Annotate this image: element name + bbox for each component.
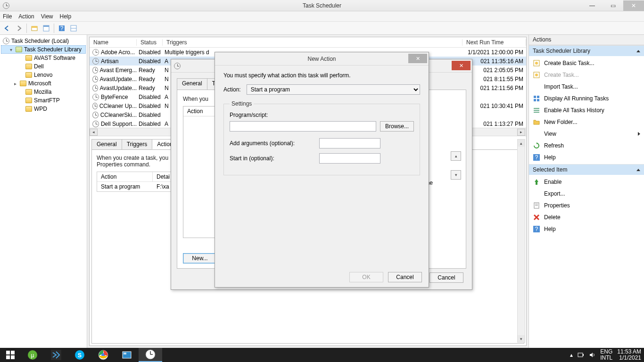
folder-icon	[25, 89, 32, 95]
maximize-button[interactable]: ▭	[603, 0, 623, 11]
action-item[interactable]: ?Help	[529, 223, 644, 235]
action-item[interactable]: Delete	[529, 211, 644, 223]
dialog-titlebar[interactable]: New Action ✕	[215, 52, 429, 66]
action-item[interactable]: New Folder...	[529, 116, 644, 128]
col-name[interactable]: Name	[90, 39, 137, 46]
col-action[interactable]: Action	[97, 172, 153, 181]
action-item[interactable]: Refresh	[529, 140, 644, 151]
action-item[interactable]: ?Help	[529, 151, 644, 163]
move-up-button[interactable]: ▴	[451, 151, 461, 161]
tree-folder[interactable]: ▸Microsoft	[1, 79, 86, 88]
scroll-left-icon[interactable]: ◂	[90, 129, 98, 136]
action-item[interactable]: Display All Running Tasks	[529, 92, 644, 104]
task-name: Adobe Acro...	[101, 49, 135, 56]
toolbar-button-3[interactable]	[68, 23, 79, 33]
taskbar-app-taskscheduler[interactable]	[139, 348, 162, 362]
close-icon[interactable]: ✕	[452, 61, 471, 70]
action-item[interactable]: Export...	[529, 188, 644, 199]
tree-root[interactable]: Task Scheduler (Local)	[1, 37, 86, 45]
tray-clock[interactable]: 11:53 AM 1/1/2021	[617, 349, 641, 361]
col-details[interactable]: Detai	[153, 172, 172, 181]
table-row[interactable]: Start a program F:\xa	[97, 182, 172, 191]
tree-folder[interactable]: Lenovo	[1, 71, 86, 79]
new-button[interactable]: New...	[183, 253, 217, 263]
settings-group: Settings Program/script: Browse... Add a…	[223, 100, 420, 175]
action-item[interactable]: Enable	[529, 176, 644, 188]
tray-lang[interactable]: ENG INTL	[600, 349, 612, 361]
tree-folder[interactable]: SmartFTP	[1, 96, 86, 105]
tree-library[interactable]: ▾ Task Scheduler Library	[1, 45, 86, 54]
toolbar-button-1[interactable]	[29, 23, 40, 33]
clock-icon	[92, 103, 98, 109]
menu-file[interactable]: File	[3, 13, 12, 20]
taskbar-app-vscode[interactable]	[44, 348, 68, 362]
program-input[interactable]	[230, 121, 376, 132]
action-item[interactable]: Import Task...	[529, 81, 644, 92]
action-label: Help	[544, 226, 556, 232]
col-status[interactable]: Status	[137, 39, 163, 46]
cancel-button[interactable]: Cancel	[429, 272, 463, 283]
startin-input[interactable]	[319, 153, 380, 164]
scroll-up-icon[interactable]: ▴	[518, 140, 525, 147]
actions-group-selected[interactable]: Selected Item	[529, 164, 644, 175]
tray-chevron-icon[interactable]: ▴	[570, 352, 573, 358]
tree-folder[interactable]: AVAST Software	[1, 54, 86, 62]
action-item[interactable]: Properties	[529, 199, 644, 211]
action-item[interactable]: Enable All Tasks History	[529, 104, 644, 116]
col-next[interactable]: Next Run Time	[462, 39, 526, 46]
action-select[interactable]: Start a program	[247, 84, 420, 95]
cancel-button[interactable]: Cancel	[388, 272, 422, 282]
menu-view[interactable]: View	[41, 13, 53, 20]
expander-icon[interactable]: ▾	[8, 47, 14, 52]
tab-triggers[interactable]: Triggers	[122, 139, 153, 149]
arguments-input[interactable]	[319, 138, 380, 148]
action-label: Enable	[544, 179, 561, 185]
back-button[interactable]	[2, 23, 12, 33]
tab-general[interactable]: General	[91, 139, 122, 149]
props-icon	[533, 202, 540, 209]
action-item[interactable]: Create Basic Task...	[529, 57, 644, 69]
tree-folder[interactable]: WPD	[1, 105, 86, 113]
taskbar-app-utorrent[interactable]: µ	[21, 348, 44, 362]
start-button[interactable]	[0, 348, 21, 362]
vscrollbar[interactable]: ▴ ▾	[517, 139, 525, 343]
forward-button[interactable]	[14, 23, 24, 33]
help-icon[interactable]: ?	[57, 23, 67, 33]
close-button[interactable]: ✕	[623, 0, 644, 11]
volume-icon[interactable]	[589, 352, 595, 358]
svg-rect-27	[6, 351, 10, 354]
tree-folder[interactable]: Dell	[1, 62, 86, 71]
enable-icon	[533, 178, 540, 186]
tree-folder[interactable]: Mozilla	[1, 88, 86, 96]
action-label: New Folder...	[544, 119, 578, 125]
menu-help[interactable]: Help	[60, 13, 72, 20]
svg-rect-18	[534, 112, 539, 113]
move-down-button[interactable]: ▾	[451, 170, 461, 180]
actions-group-library[interactable]: Task Scheduler Library	[529, 45, 644, 56]
system-tray[interactable]: ▴ ENG INTL 11:53 AM 1/1/2021	[570, 349, 644, 361]
window-titlebar: Task Scheduler — ▭ ✕	[0, 0, 644, 11]
close-icon[interactable]: ✕	[408, 54, 427, 63]
toolbar-button-2[interactable]	[41, 23, 51, 33]
toolbar-separator	[54, 24, 54, 33]
menu-action[interactable]: Action	[18, 13, 34, 20]
taskbar-app-chrome[interactable]	[91, 348, 115, 362]
tree-folder-label: Microsoft	[28, 80, 51, 87]
taskbar-app-taskmgr[interactable]	[115, 348, 139, 362]
task-name: CCleaner Up...	[99, 103, 137, 109]
action-item[interactable]: Create Task...	[529, 69, 644, 81]
action-item[interactable]: View	[529, 128, 644, 140]
scroll-right-icon[interactable]: ▸	[517, 129, 525, 136]
browse-button[interactable]: Browse...	[380, 121, 414, 132]
tab-general[interactable]: General	[177, 78, 207, 90]
taskbar-app-skype[interactable]: S	[68, 348, 91, 362]
scroll-down-icon[interactable]: ▾	[518, 335, 525, 342]
clock-icon	[92, 112, 99, 118]
battery-icon[interactable]	[578, 352, 584, 358]
col-triggers[interactable]: Triggers	[163, 39, 462, 46]
ok-button[interactable]: OK	[349, 272, 383, 282]
minimize-button[interactable]: —	[582, 0, 603, 11]
expander-icon[interactable]: ▸	[12, 81, 18, 86]
taskbar[interactable]: µ S ▴ ENG INTL 11:53 AM 1/1/2021	[0, 348, 644, 362]
svg-rect-30	[11, 355, 15, 359]
